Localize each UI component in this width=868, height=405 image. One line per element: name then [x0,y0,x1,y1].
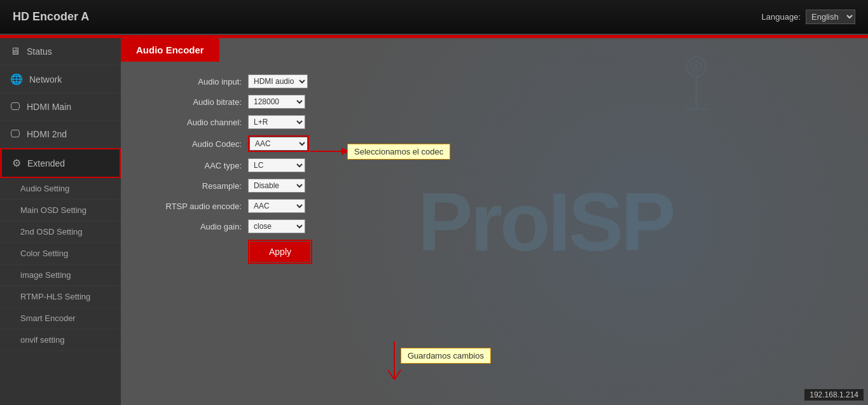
sidebar-label-extended: Extended [27,158,65,168]
sidebar-item-onvif[interactable]: onvif setting [0,329,121,351]
language-dropdown[interactable]: English Chinese [806,10,855,24]
sidebar-item-network[interactable]: 🌐 Network [0,65,121,93]
sidebar-item-main-osd[interactable]: Main OSD Setting [0,200,121,221]
globe-icon: 🌐 [10,73,23,85]
tab-bar: Audio Encoder [121,38,868,62]
sidebar-label-onvif: onvif setting [20,335,64,345]
sidebar-item-2nd-osd[interactable]: 2nd OSD Setting [0,221,121,243]
label-rtsp-audio: RTSP audio encode: [146,202,248,211]
gear-icon: ⚙ [12,157,21,169]
header: HD Encoder A Language: English Chinese [0,0,868,35]
monitor-icon: 🖥 [10,46,20,57]
sidebar-label-network: Network [29,74,62,85]
form-row-rtsp-audio: RTSP audio encode: AAC MP3 [146,199,843,213]
app-title: HD Encoder A [13,10,89,24]
label-resample: Resample: [146,181,248,191]
tab-label: Audio Encoder [136,45,204,55]
svg-line-8 [394,370,401,380]
form-row-audio-channel: Audio channel: L+R Left Right [146,115,843,129]
sidebar-item-smart-encoder[interactable]: Smart Encoder [0,308,121,329]
display-icon-main: 🖵 [10,101,20,113]
ip-badge: 192.168.1.214 [804,388,864,401]
label-aac-type: AAC type: [146,161,248,170]
label-audio-codec: Audio Codec: [146,139,248,149]
select-resample[interactable]: Disable Enable [248,179,305,193]
sidebar-label-hdmi-main: HDMI Main [27,102,71,112]
apply-annotation: Guardamos cambios [401,348,491,364]
sidebar-item-hdmi-main[interactable]: 🖵 HDMI Main [0,93,121,121]
label-audio-channel: Audio channel: [146,118,248,127]
sidebar-item-rtmp-hls[interactable]: RTMP-HLS Setting [0,286,121,308]
svg-line-7 [388,370,394,380]
label-audio-input: Audio input: [146,77,248,86]
codec-arrow [310,145,348,158]
main-content: ProISP Audio Encoder Audio input: HDMI a… [121,38,868,405]
sidebar-item-status[interactable]: 🖥 Status [0,38,121,65]
apply-btn-wrapper: Apply [248,240,312,264]
select-rtsp-audio[interactable]: AAC MP3 [248,199,305,213]
form-row-audio-gain: Audio gain: close low medium high [146,219,843,233]
layout: 🖥 Status 🌐 Network 🖵 HDMI Main 🖵 HDMI 2n… [0,38,868,405]
display-icon-2nd: 🖵 [10,128,20,140]
label-audio-bitrate: Audio bitrate: [146,97,248,107]
sidebar-item-color-setting[interactable]: Color Setting [0,243,121,264]
sidebar-item-image-setting[interactable]: image Setting [0,264,121,286]
sidebar-label-image-setting: image Setting [20,270,71,280]
select-audio-input[interactable]: HDMI audio Analog [248,74,308,88]
select-aac-type[interactable]: LC HE [248,158,305,172]
sidebar-item-audio-setting[interactable]: Audio Setting [0,178,121,200]
language-label: Language: [762,12,801,22]
select-audio-gain[interactable]: close low medium high [248,219,305,233]
apply-button[interactable]: Apply [250,242,310,262]
sidebar-label-rtmp-hls: RTMP-HLS Setting [20,292,90,301]
sidebar-label-smart-encoder: Smart Encoder [20,313,76,323]
sidebar-label-main-osd: Main OSD Setting [20,205,86,215]
select-audio-codec[interactable]: AAC MP3 [250,137,307,150]
form-row-aac-type: AAC type: LC HE [146,158,843,172]
sidebar-label-2nd-osd: 2nd OSD Setting [20,227,83,237]
language-selector[interactable]: Language: English Chinese [762,10,855,24]
sidebar-label-color-setting: Color Setting [20,249,68,258]
form-row-audio-input: Audio input: HDMI audio Analog [146,74,843,88]
sidebar-label-audio-setting: Audio Setting [20,184,69,193]
sidebar-label-hdmi-2nd: HDMI 2nd [27,129,67,139]
label-audio-gain: Audio gain: [146,222,248,231]
codec-annotation: Seleccionamos el codec [347,144,450,160]
form-row-audio-bitrate: Audio bitrate: 128000 64000 32000 [146,95,843,109]
tab-audio-encoder[interactable]: Audio Encoder [121,38,219,62]
form-row-audio-codec: Audio Codec: AAC MP3 [146,135,843,152]
select-audio-bitrate[interactable]: 128000 64000 32000 [248,95,305,109]
codec-highlight-box: AAC MP3 [248,135,309,152]
sidebar-item-hdmi-2nd[interactable]: 🖵 HDMI 2nd [0,121,121,148]
form-area: Audio input: HDMI audio Analog Audio bit… [121,62,868,283]
sidebar-item-extended[interactable]: ⚙ Extended [0,148,121,178]
sidebar: 🖥 Status 🌐 Network 🖵 HDMI Main 🖵 HDMI 2n… [0,38,121,405]
form-row-resample: Resample: Disable Enable [146,179,843,193]
form-row-apply: Apply [146,240,843,264]
select-audio-channel[interactable]: L+R Left Right [248,115,305,129]
sidebar-label-status: Status [27,46,52,57]
